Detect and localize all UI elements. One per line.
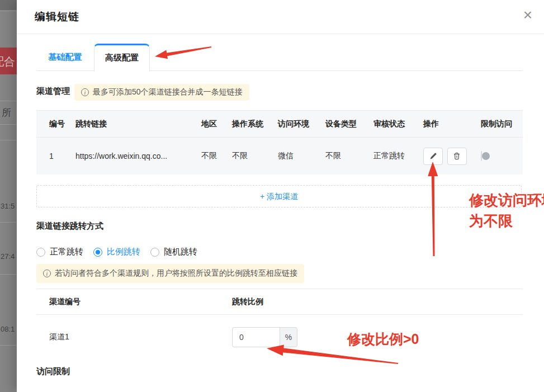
backdrop-divider <box>0 274 17 275</box>
channel-table-header: 编号 跳转链接 地区 操作系统 访问环境 设备类型 审核状态 操作 限制访问 <box>36 110 523 137</box>
backdrop-timestamp: 31:5 <box>1 202 15 210</box>
access-restriction-heading: 访问限制 <box>36 366 70 377</box>
percent-addon: % <box>280 327 297 347</box>
cell-url: https://work.weixin.qq.co... <box>75 152 201 160</box>
edit-shortlink-modal: 编辑短链 × 基础配置 高级配置 渠道管理 i 最多可添加50个渠道链接合并成一… <box>17 0 544 392</box>
radio-random-redirect[interactable]: 随机跳转 <box>150 247 197 257</box>
annotation-ratio: 修改比例>0 <box>347 330 419 348</box>
col-header-url: 跳转链接 <box>75 119 201 129</box>
toggle-knob <box>482 152 490 160</box>
backdrop-red-banner: 配合 <box>0 48 17 74</box>
radio-label: 正常跳转 <box>50 247 83 257</box>
col-header-env: 访问环境 <box>278 119 325 129</box>
radio-normal-redirect[interactable]: 正常跳转 <box>36 247 83 257</box>
backdrop-divider <box>0 345 17 346</box>
info-icon: i <box>43 270 51 277</box>
channel-note-text: 最多可添加50个渠道链接合并成一条短链接 <box>93 87 243 97</box>
radio-icon <box>36 248 45 257</box>
modal-title: 编辑短链 <box>35 10 79 24</box>
channel-table-row: 1 https://work.weixin.qq.co... 不限 不限 微信 … <box>36 137 523 174</box>
backdrop-divider <box>0 124 17 125</box>
channel-table: 编号 跳转链接 地区 操作系统 访问环境 设备类型 审核状态 操作 限制访问 1… <box>36 110 523 174</box>
pencil-icon <box>429 152 438 160</box>
tab-basic-config[interactable]: 基础配置 <box>36 44 94 70</box>
redirect-mode-heading: 渠道链接跳转方式 <box>36 221 103 232</box>
radio-icon-selected <box>93 248 102 257</box>
ratio-rule-note-text: 若访问者符合多个渠道规则，用户将按照所设置的比例跳转至相应链接 <box>55 268 297 278</box>
backdrop-timestamp: 08:1 <box>1 325 15 333</box>
ratio-table-header: 渠道编号 跳转比例 <box>36 289 523 315</box>
col-header-ratio: 跳转比例 <box>232 297 263 307</box>
backdrop-divider <box>0 11 17 11</box>
backdrop-header-band <box>0 0 17 10</box>
cell-os: 不限 <box>232 151 278 161</box>
header-divider <box>17 34 544 34</box>
cell-id: 1 <box>49 152 75 160</box>
radio-icon <box>150 248 159 257</box>
backdrop-divider <box>0 222 17 223</box>
backdrop-banner-text: 配合 <box>0 54 15 69</box>
info-icon: i <box>81 88 89 96</box>
delete-channel-button[interactable] <box>447 148 467 165</box>
radio-label: 随机跳转 <box>164 247 197 257</box>
screen: 配合 所 31:5 27:4 08:1 编辑短链 × 基础配置 高级配置 渠道管… <box>0 0 544 392</box>
backdrop-page: 配合 所 31:5 27:4 08:1 <box>0 0 17 392</box>
tab-advanced-config[interactable]: 高级配置 <box>94 44 150 72</box>
ratio-table: 渠道编号 跳转比例 渠道1 0 % <box>36 289 523 347</box>
backdrop-divider <box>0 101 17 101</box>
backdrop-timestamp: 27:4 <box>1 252 15 261</box>
restrict-access-toggle[interactable] <box>481 151 482 161</box>
ratio-input-group: 0 % <box>232 327 297 347</box>
ratio-input[interactable]: 0 <box>232 327 280 347</box>
add-channel-button[interactable]: + 添加渠道 <box>36 185 522 207</box>
cell-restrict <box>481 152 523 160</box>
cell-actions <box>423 148 481 165</box>
cell-region: 不限 <box>201 151 232 161</box>
col-header-id: 编号 <box>49 119 75 129</box>
close-icon[interactable]: × <box>519 6 536 25</box>
col-header-region: 地区 <box>201 119 232 129</box>
edit-channel-button[interactable] <box>423 148 443 165</box>
cell-status: 正常跳转 <box>373 151 423 161</box>
channel-management-heading: 渠道管理 <box>36 86 70 97</box>
col-header-device: 设备类型 <box>325 119 373 129</box>
ratio-rule-note: i 若访问者符合多个渠道规则，用户将按照所设置的比例跳转至相应链接 <box>36 264 304 283</box>
col-header-restrict: 限制访问 <box>481 119 523 129</box>
ratio-table-row: 渠道1 0 % <box>36 315 523 347</box>
col-header-actions: 操作 <box>423 119 481 129</box>
channel-note: i 最多可添加50个渠道链接合并成一条短链接 <box>74 84 249 101</box>
redirect-mode-radio-group: 正常跳转 比例跳转 随机跳转 <box>36 247 197 257</box>
cell-channel-name: 渠道1 <box>49 327 232 342</box>
col-header-status: 审核状态 <box>373 119 423 129</box>
annotation-edit-env: 修改访问环境为不限 <box>469 190 544 232</box>
radio-ratio-redirect[interactable]: 比例跳转 <box>93 247 140 257</box>
backdrop-divider <box>0 140 17 140</box>
radio-label: 比例跳转 <box>107 247 140 257</box>
cell-device: 不限 <box>325 151 373 161</box>
col-header-channel: 渠道编号 <box>49 297 232 307</box>
trash-icon <box>452 152 461 160</box>
backdrop-row-label: 所 <box>2 106 11 119</box>
col-header-os: 操作系统 <box>232 119 278 129</box>
cell-env: 微信 <box>278 151 325 161</box>
